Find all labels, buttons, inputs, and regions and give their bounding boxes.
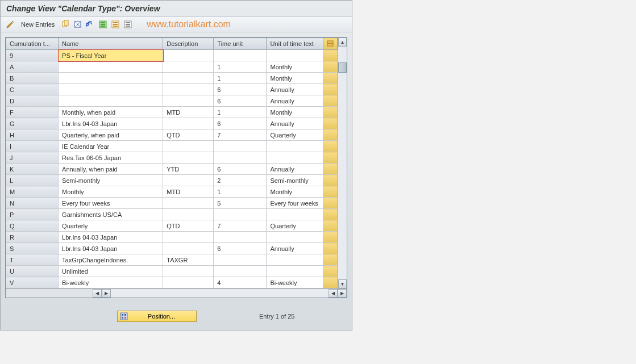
cell-name[interactable]: TaxGrpChangeIndones.	[59, 254, 163, 266]
cell-time-unit[interactable]: 6	[214, 164, 267, 175]
cell-name[interactable]: PS - Fiscal Year	[59, 50, 163, 61]
cell-cumulation[interactable]: N	[6, 198, 59, 209]
cell-unit-text[interactable]	[267, 232, 323, 243]
cell-time-unit[interactable]: 6	[214, 243, 267, 254]
cell-name[interactable]: Monthly	[59, 186, 163, 198]
cell-unit-text[interactable]: Monthly	[267, 61, 323, 73]
cell-description[interactable]	[163, 277, 214, 288]
cell-cumulation[interactable]: F	[6, 107, 59, 118]
new-entries-button[interactable]: New Entries	[18, 20, 58, 29]
cell-description[interactable]: QTD	[163, 129, 214, 141]
cell-description[interactable]	[163, 175, 214, 186]
cell-cumulation[interactable]: D	[6, 95, 59, 107]
cell-name[interactable]: Bi-weekly	[59, 277, 163, 288]
table-row[interactable]: SLbr.Ins 04-03 Japan6Annually	[6, 243, 338, 254]
cell-cumulation[interactable]: P	[6, 209, 59, 220]
col-header-cumulation[interactable]: Cumulation t...	[6, 38, 59, 50]
row-selector[interactable]	[323, 73, 337, 84]
cell-description[interactable]	[163, 73, 214, 84]
scroll-up-button[interactable]: ▲	[338, 37, 347, 47]
row-selector[interactable]	[323, 266, 337, 277]
table-row[interactable]: VBi-weekly4Bi-weekly	[6, 277, 338, 288]
cell-name[interactable]: Lbr.Ins 04-03 Japan	[59, 118, 163, 129]
vertical-scrollbar[interactable]: ▲ ▼	[338, 37, 347, 288]
cell-unit-text[interactable]: Semi-monthly	[267, 175, 323, 186]
cell-description[interactable]: MTD	[163, 107, 214, 118]
cell-cumulation[interactable]: H	[6, 129, 59, 141]
cell-description[interactable]: MTD	[163, 186, 214, 198]
cell-description[interactable]	[163, 141, 214, 152]
table-row[interactable]: MMonthlyMTD1Monthly	[6, 186, 338, 198]
cell-cumulation[interactable]: B	[6, 73, 59, 84]
col-header-select-all[interactable]	[323, 38, 337, 50]
cell-cumulation[interactable]: R	[6, 232, 59, 243]
scroll-right-button-2[interactable]: ▶	[338, 289, 347, 298]
cell-time-unit[interactable]	[214, 254, 267, 266]
cell-time-unit[interactable]: 1	[214, 61, 267, 73]
scroll-thumb[interactable]	[338, 62, 347, 73]
scroll-track[interactable]	[338, 47, 347, 279]
cell-time-unit[interactable]: 7	[214, 220, 267, 232]
display-change-icon[interactable]	[5, 19, 15, 30]
table-row[interactable]: IIE Calendar Year	[6, 141, 338, 152]
cell-description[interactable]	[163, 198, 214, 209]
table-row[interactable]: B1Monthly	[6, 73, 338, 84]
table-row[interactable]: A1Monthly	[6, 61, 338, 73]
cell-time-unit[interactable]	[214, 209, 267, 220]
cell-cumulation[interactable]: S	[6, 243, 59, 254]
cell-description[interactable]	[163, 118, 214, 129]
cell-unit-text[interactable]: Annually	[267, 84, 323, 95]
table-row[interactable]: JRes.Tax 06-05 Japan	[6, 152, 338, 164]
cell-unit-text[interactable]	[267, 152, 323, 164]
cell-unit-text[interactable]: Monthly	[267, 73, 323, 84]
row-selector[interactable]	[323, 186, 337, 198]
row-selector[interactable]	[323, 164, 337, 175]
scroll-left-button-2[interactable]: ◀	[329, 289, 338, 298]
table-row[interactable]: 9PS - Fiscal Year	[6, 50, 338, 61]
cell-description[interactable]: QTD	[163, 220, 214, 232]
cell-unit-text[interactable]	[267, 266, 323, 277]
cell-unit-text[interactable]	[267, 209, 323, 220]
row-selector[interactable]	[323, 118, 337, 129]
cell-cumulation[interactable]: A	[6, 61, 59, 73]
cell-description[interactable]	[163, 152, 214, 164]
cell-time-unit[interactable]: 5	[214, 198, 267, 209]
horizontal-scrollbar[interactable]: ◀ ▶ ◀ ▶	[6, 288, 347, 298]
cell-unit-text[interactable]: Quarterly	[267, 129, 323, 141]
cell-name[interactable]: Semi-monthly	[59, 175, 163, 186]
cell-description[interactable]	[163, 84, 214, 95]
row-selector[interactable]	[323, 198, 337, 209]
cell-unit-text[interactable]: Quarterly	[267, 220, 323, 232]
table-row[interactable]: RLbr.Ins 04-03 Japan	[6, 232, 338, 243]
cell-unit-text[interactable]: Monthly	[267, 107, 323, 118]
cell-name[interactable]	[59, 84, 163, 95]
cell-time-unit[interactable]: 6	[214, 95, 267, 107]
table-row[interactable]: FMonthly, when paidMTD1Monthly	[6, 107, 338, 118]
cell-unit-text[interactable]: Monthly	[267, 186, 323, 198]
cell-cumulation[interactable]: Q	[6, 220, 59, 232]
cell-name[interactable]: Res.Tax 06-05 Japan	[59, 152, 163, 164]
table-row[interactable]: PGarnishments US/CA	[6, 209, 338, 220]
cell-description[interactable]	[163, 61, 214, 73]
cell-name[interactable]: Annually, when paid	[59, 164, 163, 175]
cell-cumulation[interactable]: U	[6, 266, 59, 277]
row-selector[interactable]	[323, 84, 337, 95]
cell-time-unit[interactable]	[214, 141, 267, 152]
row-selector[interactable]	[323, 232, 337, 243]
row-selector[interactable]	[323, 220, 337, 232]
table-row[interactable]: C6Annually	[6, 84, 338, 95]
cell-unit-text[interactable]: Bi-weekly	[267, 277, 323, 288]
table-row[interactable]: HQuarterly, when paidQTD7Quarterly	[6, 129, 338, 141]
cell-name[interactable]: Lbr.Ins 04-03 Japan	[59, 232, 163, 243]
scroll-down-button[interactable]: ▼	[338, 279, 347, 288]
cell-time-unit[interactable]	[214, 50, 267, 61]
cell-name[interactable]: Unlimited	[59, 266, 163, 277]
cell-cumulation[interactable]: I	[6, 141, 59, 152]
table-row[interactable]: TTaxGrpChangeIndones.TAXGR	[6, 254, 338, 266]
cell-time-unit[interactable]: 1	[214, 107, 267, 118]
col-header-description[interactable]: Description	[163, 38, 214, 50]
row-selector[interactable]	[323, 95, 337, 107]
select-block-icon[interactable]	[110, 19, 120, 30]
row-selector[interactable]	[323, 243, 337, 254]
cell-time-unit[interactable]	[214, 266, 267, 277]
